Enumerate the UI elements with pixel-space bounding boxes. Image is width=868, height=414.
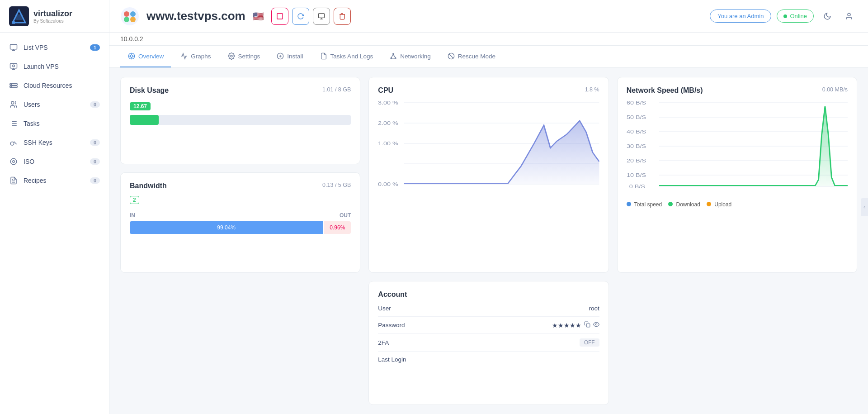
svg-text:3.00 %: 3.00 % <box>378 100 398 105</box>
sub-header: 10.0.0.2 <box>109 33 868 46</box>
disk-progress-fill <box>130 115 159 125</box>
rescue-mode-tab-icon <box>447 52 455 60</box>
account-user-key: User <box>378 305 391 312</box>
svg-point-27 <box>130 17 136 22</box>
bandwidth-in-bar: 99.04% <box>130 221 323 234</box>
account-password-val: ★★★★★ <box>552 321 599 329</box>
tab-install-label: Install <box>287 53 303 60</box>
account-last-login-key: Last Login <box>378 356 406 363</box>
restart-button[interactable] <box>292 8 309 25</box>
tasks-logs-tab-icon <box>320 52 328 60</box>
bandwidth-out-bar: 0.96% <box>324 221 351 234</box>
network-current: 0.00 MB/s <box>822 86 848 93</box>
sidebar-badge-recipes: 0 <box>90 177 100 184</box>
tab-overview[interactable]: Overview <box>120 46 171 67</box>
svg-point-25 <box>130 11 136 17</box>
sidebar-label-launch-vps: Launch VPS <box>24 63 59 70</box>
tab-install[interactable]: Install <box>269 46 310 67</box>
svg-text:50 B/S: 50 B/S <box>627 115 646 120</box>
tab-rescue-mode[interactable]: Rescue Mode <box>440 46 503 67</box>
sidebar-label-ssh-keys: SSH Keys <box>24 139 52 146</box>
logo-icon: ▣ <box>9 6 29 26</box>
sidebar-item-iso[interactable]: ISO 0 <box>0 152 109 171</box>
svg-text:20 B/S: 20 B/S <box>627 158 646 163</box>
logo-area: ▣ virtualizor By Softaculous <box>0 0 109 33</box>
tab-networking-label: Networking <box>400 53 431 60</box>
cpu-chart: 3.00 % 2.00 % 1.00 % 0.00 % <box>378 98 599 198</box>
tab-networking[interactable]: Networking <box>382 46 438 67</box>
sidebar-label-list-vps: List VPS <box>24 44 48 51</box>
ip-address: 10.0.0.2 <box>120 35 143 43</box>
main-content: www.testvps.com 🇺🇸 You are an Admin <box>109 0 868 414</box>
user-profile-button[interactable] <box>841 8 857 24</box>
admin-badge[interactable]: You are an Admin <box>710 10 771 23</box>
sidebar-item-tasks[interactable]: Tasks <box>0 114 109 133</box>
tab-graphs[interactable]: Graphs <box>173 46 218 67</box>
upload-label: Upload <box>714 201 731 208</box>
online-badge[interactable]: Online <box>777 10 814 23</box>
tab-rescue-mode-label: Rescue Mode <box>458 53 495 60</box>
svg-point-32 <box>130 55 132 57</box>
network-legend: Total speed Download Upload <box>627 201 848 208</box>
sidebar-item-users[interactable]: Users 0 <box>0 95 109 114</box>
copy-icon[interactable] <box>584 321 590 329</box>
svg-text:60 B/S: 60 B/S <box>627 100 646 105</box>
sidebar-item-launch-vps[interactable]: Launch VPS <box>0 57 109 76</box>
svg-text:2.00 %: 2.00 % <box>378 121 398 126</box>
sidebar-item-cloud-resources[interactable]: Cloud Resources <box>0 76 109 95</box>
iso-icon <box>9 157 18 166</box>
sidebar-badge-ssh-keys: 0 <box>90 139 100 146</box>
tasks-icon <box>9 119 18 128</box>
svg-text:0 B/S: 0 B/S <box>629 184 645 189</box>
tab-overview-label: Overview <box>138 53 164 60</box>
sidebar-navigation: List VPS 1 Launch VPS Cloud Resources <box>0 33 109 195</box>
bandwidth-labels: IN OUT <box>130 212 351 219</box>
tab-settings-label: Settings <box>238 53 260 60</box>
users-icon <box>9 100 18 109</box>
overview-tab-icon <box>127 52 136 60</box>
account-row-password: Password ★★★★★ <box>378 317 599 334</box>
upload-dot <box>707 202 711 206</box>
account-table: User root Password ★★★★★ <box>378 300 599 367</box>
header-right: You are an Admin Online <box>710 8 857 24</box>
bandwidth-card: Bandwidth 0.13 / 5 GB 2 IN OUT 99.04% 0.… <box>120 172 360 273</box>
bandwidth-title: Bandwidth <box>130 182 167 190</box>
account-title: Account <box>378 290 599 299</box>
password-dots: ★★★★★ <box>552 322 581 329</box>
sidebar-item-list-vps[interactable]: List VPS 1 <box>0 38 109 57</box>
theme-toggle-button[interactable] <box>819 8 835 24</box>
ssh-keys-icon <box>9 138 18 147</box>
account-user-val: root <box>589 305 599 312</box>
online-dot <box>783 14 787 18</box>
sidebar-badge-iso: 0 <box>90 158 100 165</box>
sidebar-item-recipes[interactable]: Recipes 0 <box>0 171 109 190</box>
svg-text:10 B/S: 10 B/S <box>627 173 646 178</box>
cpu-card: CPU 1.8 % 3.00 % 2.00 % 1.00 % 0.00 % <box>368 77 609 273</box>
logo-text: virtualizor By Softaculous <box>33 9 72 24</box>
svg-text:0.00 %: 0.00 % <box>378 182 398 187</box>
total-speed-legend: Total speed <box>627 201 662 208</box>
online-label: Online <box>790 13 807 19</box>
show-password-icon[interactable] <box>593 321 599 329</box>
disk-badge: 12.67 <box>130 102 151 110</box>
account-row-last-login: Last Login <box>378 352 599 367</box>
account-password-key: Password <box>378 322 405 328</box>
settings-tab-icon <box>227 52 236 60</box>
download-label: Download <box>676 201 700 208</box>
delete-button[interactable] <box>334 8 351 25</box>
console-button[interactable] <box>313 8 330 25</box>
launch-vps-icon <box>9 62 18 71</box>
svg-point-6 <box>13 65 15 67</box>
tab-tasks-logs-label: Tasks And Logs <box>330 53 373 60</box>
recipes-icon <box>9 176 18 185</box>
header-left: www.testvps.com 🇺🇸 <box>120 7 351 26</box>
sidebar-collapse-toggle[interactable] <box>861 198 868 216</box>
tab-tasks-logs[interactable]: Tasks And Logs <box>312 46 381 67</box>
sidebar-item-ssh-keys[interactable]: SSH Keys 0 <box>0 133 109 152</box>
svg-rect-4 <box>10 44 17 49</box>
stop-button[interactable] <box>271 8 288 25</box>
sidebar-label-recipes: Recipes <box>24 177 47 184</box>
sidebar-badge-list-vps: 1 <box>90 44 100 51</box>
cpu-current: 1.8 % <box>585 86 599 93</box>
tab-settings[interactable]: Settings <box>220 46 268 67</box>
